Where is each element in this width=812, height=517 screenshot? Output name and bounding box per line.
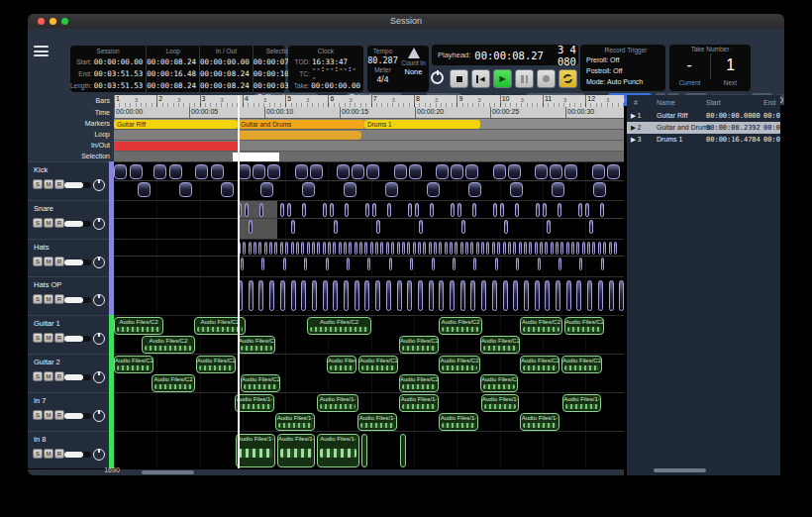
timeline-marker[interactable]: Guitar Riff — [114, 120, 238, 129]
pan-knob[interactable] — [93, 371, 105, 383]
midi-note[interactable] — [556, 280, 560, 311]
midi-note[interactable] — [267, 164, 280, 179]
clock-value[interactable]: 00:03:51.53 — [94, 81, 144, 90]
midi-note[interactable] — [493, 164, 506, 179]
audio-clip[interactable]: Audio Files/1- — [520, 413, 559, 431]
midi-note[interactable] — [524, 242, 527, 255]
track-fader[interactable] — [64, 221, 91, 227]
midi-note[interactable] — [578, 203, 582, 217]
solo-button[interactable]: S — [33, 218, 43, 228]
midi-note[interactable] — [598, 242, 601, 255]
midi-note[interactable] — [269, 280, 274, 311]
midi-note[interactable] — [372, 203, 376, 217]
midi-note[interactable] — [457, 203, 461, 217]
clock-panel-value[interactable]: 00:00:00.00 — [311, 81, 360, 90]
midi-note[interactable] — [535, 164, 548, 179]
track-header[interactable]: KickSMR — [28, 161, 109, 200]
track-content[interactable] — [114, 161, 624, 200]
midi-note[interactable] — [600, 203, 604, 217]
midi-note[interactable] — [386, 280, 391, 311]
midi-note[interactable] — [323, 203, 327, 217]
midi-note[interactable] — [495, 258, 498, 270]
midi-note[interactable] — [169, 164, 182, 179]
midi-note[interactable] — [323, 242, 326, 255]
record-arm-button[interactable]: R — [54, 449, 64, 459]
clock-value[interactable]: 00:00:08.24 — [200, 69, 250, 78]
midi-note[interactable] — [243, 242, 246, 255]
track-header[interactable]: Guitar 2SMR — [28, 354, 109, 392]
midi-note[interactable] — [540, 242, 543, 255]
midi-note[interactable] — [465, 164, 478, 179]
midi-note[interactable] — [301, 280, 306, 311]
midi-note[interactable] — [254, 242, 256, 255]
audio-clip[interactable]: Audio Files/C2 — [399, 336, 439, 354]
midi-note[interactable] — [543, 203, 547, 217]
audio-clip[interactable]: Audio Files/C2 — [152, 374, 195, 392]
midi-note[interactable] — [333, 280, 338, 311]
pan-knob[interactable] — [93, 179, 105, 191]
track-fader[interactable] — [64, 413, 91, 419]
midi-note[interactable] — [504, 220, 508, 234]
midi-note[interactable] — [476, 242, 479, 255]
audio-clip[interactable]: Audio Files/C2 — [142, 336, 195, 354]
midi-note[interactable] — [328, 242, 331, 255]
audio-clip[interactable]: Audio Files/C2 — [439, 317, 482, 335]
audio-clip[interactable]: Audio Files/1- — [235, 394, 274, 412]
midi-note[interactable] — [241, 258, 244, 270]
midi-note[interactable] — [397, 242, 400, 255]
playhead-time[interactable]: 00:00:08.27 — [474, 50, 544, 61]
midi-note[interactable] — [545, 280, 550, 311]
midi-note[interactable] — [473, 258, 476, 270]
midi-note[interactable] — [344, 242, 347, 255]
audio-clip[interactable]: Audio Files/1- — [399, 394, 439, 412]
midi-note[interactable] — [364, 280, 369, 311]
midi-note[interactable] — [365, 203, 369, 217]
record-arm-button[interactable]: R — [54, 371, 64, 381]
midi-note[interactable] — [587, 242, 590, 255]
midi-note[interactable] — [307, 242, 310, 255]
audio-clip[interactable]: Audio Files/1- — [481, 394, 519, 412]
markers-table-row[interactable]: ▶ 3Drums 100:00:16.478400:0 — [627, 134, 780, 146]
mute-button[interactable]: M — [44, 294, 53, 304]
audio-clip[interactable]: Audio Files/1- — [562, 394, 601, 412]
midi-note[interactable] — [472, 203, 476, 217]
audio-clip[interactable]: Audio Files/C2 — [114, 356, 153, 373]
play-button[interactable]: ▶ — [493, 69, 512, 88]
midi-note[interactable] — [274, 242, 277, 255]
midi-note[interactable] — [407, 280, 412, 311]
record-arm-button[interactable]: R — [54, 294, 64, 304]
clock-value[interactable]: 00:00:08.24 — [147, 57, 196, 66]
record-arm-button[interactable]: R — [54, 179, 64, 189]
midi-note[interactable] — [380, 242, 383, 255]
inout-range-bar[interactable] — [114, 142, 238, 151]
track-fader[interactable] — [64, 297, 91, 303]
midi-note[interactable] — [492, 280, 497, 311]
midi-note[interactable] — [238, 164, 251, 179]
midi-note[interactable] — [470, 280, 475, 311]
pan-knob[interactable] — [93, 410, 105, 422]
midi-note[interactable] — [407, 242, 410, 255]
midi-note[interactable] — [304, 258, 307, 270]
mute-button[interactable]: M — [44, 333, 53, 343]
mute-button[interactable]: M — [44, 410, 53, 420]
midi-note[interactable] — [592, 242, 595, 255]
midi-note[interactable] — [538, 258, 541, 270]
midi-note[interactable] — [445, 242, 448, 255]
audio-clip[interactable]: Audio Files/C2 — [307, 317, 371, 335]
midi-note[interactable] — [221, 182, 234, 197]
midi-note[interactable] — [556, 242, 558, 255]
midi-note[interactable] — [481, 242, 484, 255]
midi-note[interactable] — [366, 164, 379, 179]
midi-note[interactable] — [535, 280, 540, 311]
pan-knob[interactable] — [93, 294, 105, 306]
midi-note[interactable] — [359, 242, 362, 255]
midi-note[interactable] — [513, 280, 518, 311]
midi-note[interactable] — [344, 182, 356, 197]
pan-knob[interactable] — [93, 218, 105, 230]
midi-note[interactable] — [296, 242, 299, 255]
markers-table-row[interactable]: ▶ 1Guitar Riff00:00:00.000000:0 — [627, 110, 780, 122]
midi-note[interactable] — [337, 164, 350, 179]
midi-note[interactable] — [601, 258, 604, 270]
mute-button[interactable]: M — [44, 257, 53, 266]
meter-value[interactable]: 4/4 — [367, 74, 398, 84]
